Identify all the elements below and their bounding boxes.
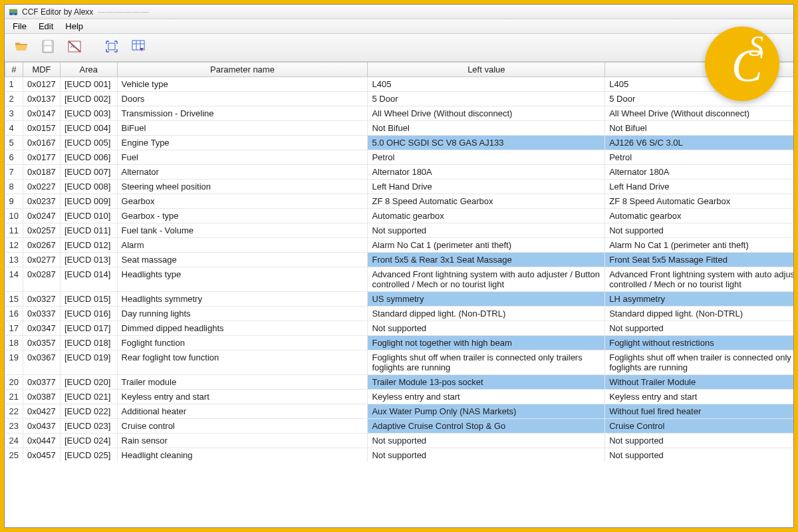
cell-mdf[interactable]: 0x0287 bbox=[23, 267, 60, 292]
table-row[interactable]: 120x0267[EUCD 012]AlarmAlarm No Cat 1 (p… bbox=[5, 238, 794, 253]
table-row[interactable]: 180x0357[EUCD 018]Foglight functionFogli… bbox=[5, 336, 794, 350]
cell-area[interactable]: [EUCD 007] bbox=[60, 165, 117, 180]
cell-l[interactable]: Alternator 180A bbox=[368, 165, 605, 180]
filter-button[interactable] bbox=[127, 37, 150, 59]
cell-l[interactable]: Front 5x5 & Rear 3x1 Seat Massage bbox=[368, 253, 605, 267]
expand-button[interactable] bbox=[100, 37, 123, 59]
cell-r[interactable]: Keyless entry and start bbox=[605, 390, 793, 404]
cell-n[interactable]: 6 bbox=[5, 150, 23, 165]
cell-n[interactable]: 3 bbox=[5, 106, 23, 121]
cell-area[interactable]: [EUCD 021] bbox=[60, 390, 117, 404]
cell-r[interactable]: Not Bifuel bbox=[605, 121, 793, 136]
cell-mdf[interactable]: 0x0267 bbox=[23, 238, 60, 253]
cell-p[interactable]: Alternator bbox=[117, 165, 368, 180]
cell-area[interactable]: [EUCD 008] bbox=[60, 180, 117, 194]
table-row[interactable]: 100x0247[EUCD 010]Gearbox - typeAutomati… bbox=[5, 209, 794, 223]
cell-p[interactable]: Additional heater bbox=[117, 404, 368, 419]
cell-n[interactable]: 23 bbox=[5, 419, 23, 434]
cell-area[interactable]: [EUCD 004] bbox=[60, 121, 117, 136]
open-button[interactable] bbox=[10, 37, 33, 59]
cell-mdf[interactable]: 0x0137 bbox=[23, 92, 60, 106]
cell-area[interactable]: [EUCD 016] bbox=[60, 307, 117, 321]
cell-l[interactable]: Foglight not together with high beam bbox=[368, 336, 605, 350]
table-row[interactable]: 220x0427[EUCD 022]Additional heaterAux W… bbox=[5, 404, 794, 419]
cell-area[interactable]: [EUCD 010] bbox=[60, 209, 117, 223]
cell-mdf[interactable]: 0x0167 bbox=[23, 136, 60, 150]
cell-n[interactable]: 8 bbox=[5, 180, 23, 194]
cell-r[interactable]: Petrol bbox=[605, 150, 793, 165]
cell-l[interactable]: 5.0 OHC SGDI SC V8 GAS AJ133 bbox=[368, 136, 605, 150]
table-row[interactable]: 150x0327[EUCD 015]Headlights symmetryUS … bbox=[5, 292, 794, 307]
cell-p[interactable]: Dimmed dipped headlights bbox=[117, 321, 368, 336]
cell-p[interactable]: Rear foglight tow function bbox=[117, 350, 368, 375]
cell-r[interactable]: Foglights shut off when trailer is conne… bbox=[605, 350, 793, 375]
cell-p[interactable]: Cruise control bbox=[117, 419, 368, 434]
table-row[interactable]: 60x0177[EUCD 006]FuelPetrolPetrol bbox=[5, 150, 794, 165]
cell-n[interactable]: 21 bbox=[5, 390, 23, 404]
cell-p[interactable]: Fuel bbox=[117, 150, 368, 165]
cell-r[interactable]: Alternator 180A bbox=[605, 165, 793, 180]
cell-r[interactable]: ZF 8 Speed Automatic Gearbox bbox=[605, 194, 793, 209]
cell-n[interactable]: 22 bbox=[5, 404, 23, 419]
cell-p[interactable]: Headlights symmetry bbox=[117, 292, 368, 307]
menu-file[interactable]: File bbox=[7, 20, 32, 33]
toggle-button[interactable]: A bbox=[63, 37, 86, 59]
cell-l[interactable]: Not supported bbox=[368, 448, 605, 463]
cell-r[interactable]: Advanced Front lightning system with aut… bbox=[605, 267, 793, 292]
table-row[interactable]: 10x0127[EUCD 001]Vehicle typeL405L405 bbox=[5, 77, 794, 92]
cell-mdf[interactable]: 0x0277 bbox=[23, 253, 60, 267]
col-pname[interactable]: Parameter name bbox=[117, 63, 368, 77]
cell-p[interactable]: Gearbox bbox=[117, 194, 368, 209]
cell-n[interactable]: 20 bbox=[5, 375, 23, 390]
cell-l[interactable]: Standard dipped light. (Non-DTRL) bbox=[368, 307, 605, 321]
cell-p[interactable]: Rain sensor bbox=[117, 434, 368, 448]
cell-r[interactable]: Not supported bbox=[605, 321, 793, 336]
cell-mdf[interactable]: 0x0247 bbox=[23, 209, 60, 223]
cell-area[interactable]: [EUCD 012] bbox=[60, 238, 117, 253]
cell-p[interactable]: Headlights type bbox=[117, 267, 368, 292]
table-row[interactable]: 70x0187[EUCD 007]AlternatorAlternator 18… bbox=[5, 165, 794, 180]
col-left[interactable]: Left value bbox=[368, 63, 605, 77]
cell-area[interactable]: [EUCD 014] bbox=[60, 267, 117, 292]
cell-n[interactable]: 1 bbox=[5, 77, 23, 92]
cell-n[interactable]: 18 bbox=[5, 336, 23, 350]
cell-l[interactable]: Not supported bbox=[368, 223, 605, 238]
cell-mdf[interactable]: 0x0347 bbox=[23, 321, 60, 336]
menu-edit[interactable]: Edit bbox=[33, 20, 59, 33]
table-row[interactable]: 110x0257[EUCD 011]Fuel tank - VolumeNot … bbox=[5, 223, 794, 238]
cell-n[interactable]: 19 bbox=[5, 350, 23, 375]
cell-p[interactable]: Headlight cleaning bbox=[117, 448, 368, 463]
save-button[interactable] bbox=[37, 37, 59, 59]
table-row[interactable]: 250x0457[EUCD 025]Headlight cleaningNot … bbox=[5, 448, 794, 463]
cell-p[interactable]: Keyless entry and start bbox=[117, 390, 368, 404]
cell-p[interactable]: Steering wheel position bbox=[117, 180, 368, 194]
cell-n[interactable]: 13 bbox=[5, 253, 23, 267]
cell-r[interactable]: Front Seat 5x5 Massage Fitted bbox=[605, 253, 793, 267]
cell-area[interactable]: [EUCD 009] bbox=[60, 194, 117, 209]
cell-area[interactable]: [EUCD 005] bbox=[60, 136, 117, 150]
table-row[interactable]: 130x0277[EUCD 013]Seat massageFront 5x5 … bbox=[5, 253, 794, 267]
cell-n[interactable]: 2 bbox=[5, 92, 23, 106]
table-row[interactable]: 30x0147[EUCD 003]Transmission - Drivelin… bbox=[5, 106, 794, 121]
cell-mdf[interactable]: 0x0387 bbox=[23, 390, 60, 404]
col-mdf[interactable]: MDF bbox=[23, 63, 60, 77]
cell-p[interactable]: Alarm bbox=[117, 238, 368, 253]
cell-mdf[interactable]: 0x0187 bbox=[23, 165, 60, 180]
data-grid-scroll[interactable]: # MDF Area Parameter name Left value Rig… bbox=[5, 62, 793, 527]
table-row[interactable]: 160x0337[EUCD 016]Day running lightsStan… bbox=[5, 307, 794, 321]
cell-area[interactable]: [EUCD 006] bbox=[60, 150, 117, 165]
cell-area[interactable]: [EUCD 011] bbox=[60, 223, 117, 238]
table-row[interactable]: 210x0387[EUCD 021]Keyless entry and star… bbox=[5, 390, 794, 404]
cell-area[interactable]: [EUCD 024] bbox=[60, 434, 117, 448]
cell-l[interactable]: Foglights shut off when trailer is conne… bbox=[368, 350, 605, 375]
cell-r[interactable]: Cruise Control bbox=[605, 419, 793, 434]
cell-mdf[interactable]: 0x0457 bbox=[23, 448, 60, 463]
table-row[interactable]: 80x0227[EUCD 008]Steering wheel position… bbox=[5, 180, 794, 194]
cell-p[interactable]: Foglight function bbox=[117, 336, 368, 350]
cell-mdf[interactable]: 0x0177 bbox=[23, 150, 60, 165]
cell-n[interactable]: 17 bbox=[5, 321, 23, 336]
table-row[interactable]: 200x0377[EUCD 020]Trailer moduleTrailer … bbox=[5, 375, 794, 390]
cell-p[interactable]: Trailer module bbox=[117, 375, 368, 390]
cell-r[interactable]: Automatic gearbox bbox=[605, 209, 793, 223]
cell-r[interactable]: Without Trailer Module bbox=[605, 375, 793, 390]
